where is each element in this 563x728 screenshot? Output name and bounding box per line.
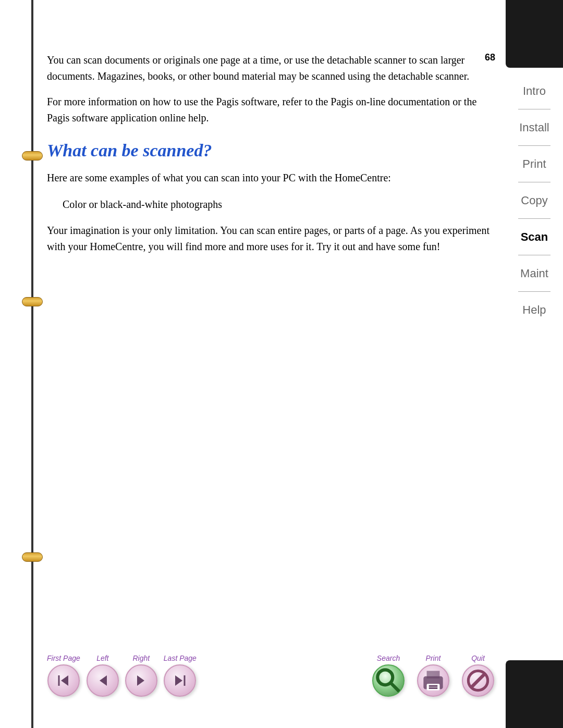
book-spine xyxy=(31,0,33,728)
nav-group-left: Left xyxy=(87,654,119,697)
sidebar-item-intro[interactable]: Intro xyxy=(514,73,554,109)
sidebar-item-help[interactable]: Help xyxy=(514,292,554,328)
quit-button[interactable] xyxy=(462,664,494,697)
quit-icon xyxy=(463,665,493,696)
svg-line-7 xyxy=(390,683,399,692)
nav-group-search: Search xyxy=(372,654,405,697)
closing-text: Your imagination is your only limitation… xyxy=(47,223,500,255)
paragraph-1: You can scan documents or originals one … xyxy=(47,52,500,84)
last-page-button[interactable] xyxy=(164,664,196,697)
sidebar-item-scan[interactable]: Scan xyxy=(514,219,554,255)
last-page-icon xyxy=(173,673,187,688)
sidebar-item-copy[interactable]: Copy xyxy=(514,182,554,219)
nav-bar: First Page Left Right Last Page xyxy=(47,654,500,697)
intro-text: Here are some examples of what you can s… xyxy=(47,170,500,186)
nav-group-last: Last Page xyxy=(164,654,197,697)
nav-label-right: Right xyxy=(132,654,150,662)
left-arrow-icon xyxy=(95,673,110,688)
section-heading: What can be scanned? xyxy=(47,141,500,161)
search-icon xyxy=(373,665,403,696)
right-button[interactable] xyxy=(125,664,157,697)
print-icon xyxy=(418,665,448,696)
sidebar-item-maint[interactable]: Maint xyxy=(514,255,554,292)
nav-label-quit: Quit xyxy=(471,654,485,662)
nav-right-group: Search Print Quit xyxy=(372,654,500,697)
nav-group-first: First Page xyxy=(47,654,80,697)
svg-marker-5 xyxy=(175,675,182,686)
sidebar-items: Intro Install Print Copy Scan Maint Help xyxy=(514,68,554,660)
first-page-icon xyxy=(56,673,71,688)
main-content: You can scan documents or originals one … xyxy=(47,52,500,634)
paragraph-2: For more information on how to use the P… xyxy=(47,94,500,126)
svg-point-6 xyxy=(377,670,393,685)
nav-label-left: Left xyxy=(96,654,108,662)
svg-marker-1 xyxy=(61,675,68,686)
sidebar-item-install[interactable]: Install xyxy=(514,109,554,146)
first-page-button[interactable] xyxy=(47,664,80,697)
ring-1 xyxy=(22,151,43,161)
sidebar-item-print[interactable]: Print xyxy=(514,146,554,182)
bullet-list: Color or black-and-white photographs xyxy=(63,195,500,213)
ring-3 xyxy=(22,552,43,562)
nav-label-first: First Page xyxy=(47,654,80,662)
search-button[interactable] xyxy=(372,664,405,697)
svg-marker-3 xyxy=(137,675,144,686)
sidebar-top-bar xyxy=(506,0,563,68)
nav-group-quit: Quit xyxy=(462,654,494,697)
ring-2 xyxy=(22,297,43,306)
sidebar: Intro Install Print Copy Scan Maint Help xyxy=(506,0,563,728)
right-arrow-icon xyxy=(134,673,149,688)
left-button[interactable] xyxy=(87,664,119,697)
svg-marker-2 xyxy=(100,675,107,686)
nav-label-search: Search xyxy=(377,654,400,662)
svg-rect-10 xyxy=(427,684,440,690)
svg-line-14 xyxy=(471,673,486,688)
svg-rect-9 xyxy=(427,671,440,678)
sidebar-bottom-bar xyxy=(506,660,563,728)
nav-label-print: Print xyxy=(426,654,441,662)
print-button[interactable] xyxy=(417,664,449,697)
nav-group-print: Print xyxy=(417,654,449,697)
nav-label-last: Last Page xyxy=(164,654,197,662)
nav-group-right: Right xyxy=(125,654,157,697)
